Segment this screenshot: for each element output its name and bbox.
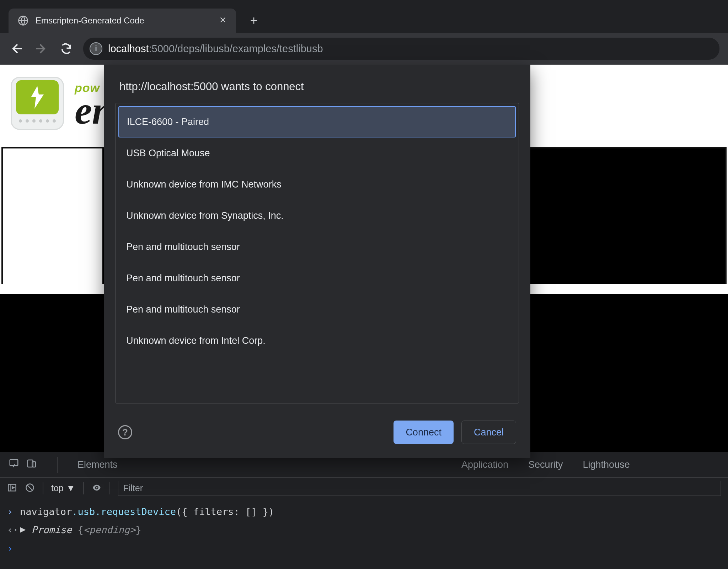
device-item-label: Pen and multitouch sensor xyxy=(126,273,240,284)
console-code: navigator.usb.requestDevice({ filters: [… xyxy=(20,503,274,521)
inspect-icon[interactable] xyxy=(9,458,19,471)
device-item-label: Pen and multitouch sensor xyxy=(126,242,240,253)
device-item-label: USB Optical Mouse xyxy=(126,148,210,159)
cancel-button[interactable]: Cancel xyxy=(461,421,516,444)
connect-button[interactable]: Connect xyxy=(394,421,454,444)
toolbar: i localhost:5000/deps/libusb/examples/te… xyxy=(0,33,728,65)
forward-button[interactable] xyxy=(33,41,49,56)
chevron-down-icon: ▼ xyxy=(66,483,75,493)
device-item[interactable]: Pen and multitouch sensor xyxy=(118,294,516,325)
console-output: › navigator.usb.requestDevice({ filters:… xyxy=(0,499,728,561)
tab-lighthouse[interactable]: Lighthouse xyxy=(583,459,630,470)
dialog-footer: ? Connect Cancel xyxy=(104,414,530,448)
emscripten-logo-icon xyxy=(11,77,64,130)
tab-security[interactable]: Security xyxy=(528,459,563,470)
device-item-label: Unknown device from Synaptics, Inc. xyxy=(126,210,284,221)
url-text: localhost:5000/deps/libusb/examples/test… xyxy=(108,43,323,55)
device-item-label: Unknown device from IMC Networks xyxy=(126,179,282,190)
prompt-icon: › xyxy=(7,503,14,521)
device-item[interactable]: Unknown device from Synaptics, Inc. xyxy=(118,200,516,231)
globe-icon xyxy=(18,15,28,26)
prompt-icon: › xyxy=(7,539,14,557)
address-bar[interactable]: i localhost:5000/deps/libusb/examples/te… xyxy=(83,38,719,60)
devtools-panel: Elements Console Sources ● Network Perfo… xyxy=(0,452,728,569)
device-toggle-icon[interactable] xyxy=(26,458,37,471)
tab-application[interactable]: Application xyxy=(461,459,508,470)
tab-title: Emscripten-Generated Code xyxy=(36,16,144,26)
back-button[interactable] xyxy=(9,41,24,56)
svg-rect-1 xyxy=(10,460,18,466)
tab-strip: Emscripten-Generated Code xyxy=(0,0,728,33)
output-icon: ‹· xyxy=(7,521,14,539)
site-info-icon[interactable]: i xyxy=(90,42,102,55)
browser-chrome: Emscripten-Generated Code xyxy=(0,0,728,65)
device-item-label: ILCE-6600 - Paired xyxy=(127,116,209,128)
context-label: top xyxy=(51,483,64,493)
reload-button[interactable] xyxy=(58,41,74,56)
console-output-line: ‹· ▶ Promise {<pending>} xyxy=(7,521,721,539)
url-host: localhost xyxy=(108,43,149,54)
device-item-label: Unknown device from Intel Corp. xyxy=(126,335,266,346)
tab-elements[interactable]: Elements xyxy=(77,459,118,470)
context-selector[interactable]: top ▼ xyxy=(51,483,75,493)
device-list: ILCE-6600 - Paired USB Optical Mouse Unk… xyxy=(115,103,519,403)
new-tab-button[interactable] xyxy=(243,10,264,31)
device-item[interactable]: ILCE-6600 - Paired xyxy=(118,106,516,137)
svg-point-6 xyxy=(96,487,97,488)
dialog-title: http://localhost:5000 wants to connect xyxy=(104,65,530,103)
console-prompt[interactable]: › xyxy=(7,539,721,557)
device-item[interactable]: Unknown device from IMC Networks xyxy=(118,169,516,200)
sidebar-toggle-icon[interactable] xyxy=(7,483,17,494)
device-item[interactable]: Pen and multitouch sensor xyxy=(118,262,516,294)
help-icon[interactable]: ? xyxy=(118,425,132,439)
usb-permission-dialog: http://localhost:5000 wants to connect I… xyxy=(104,65,530,458)
console-input-line: › navigator.usb.requestDevice({ filters:… xyxy=(7,503,721,521)
device-item[interactable]: Unknown device from Intel Corp. xyxy=(118,325,516,356)
console-result[interactable]: ▶ Promise {<pending>} xyxy=(20,521,141,539)
expand-triangle-icon[interactable]: ▶ xyxy=(20,520,26,538)
console-toolbar: top ▼ xyxy=(0,478,728,499)
console-filter-input[interactable] xyxy=(118,481,721,496)
device-item-label: Pen and multitouch sensor xyxy=(126,304,240,315)
clear-console-icon[interactable] xyxy=(25,483,35,494)
url-path: :5000/deps/libusb/examples/testlibusb xyxy=(149,43,323,54)
browser-tab[interactable]: Emscripten-Generated Code xyxy=(9,9,236,33)
device-item[interactable]: Pen and multitouch sensor xyxy=(118,231,516,262)
live-expression-icon[interactable] xyxy=(92,483,102,494)
close-icon[interactable] xyxy=(219,15,227,26)
device-item[interactable]: USB Optical Mouse xyxy=(118,137,516,169)
